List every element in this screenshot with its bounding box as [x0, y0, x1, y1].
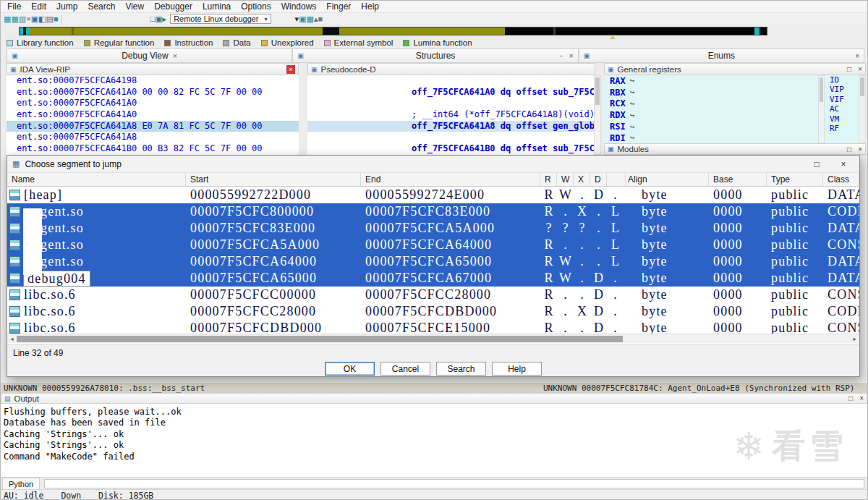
column-header[interactable]: End [361, 173, 540, 186]
pseudocode-titlebar[interactable]: ▣ Pseudocode-D [307, 63, 595, 75]
table-row[interactable]: libc.so.6 00007F5CFCC00000 00007F5CFCC28… [7, 287, 859, 303]
column-header[interactable]: Type [767, 173, 823, 186]
menu-item[interactable]: View [120, 1, 149, 12]
toolbar-icon[interactable]: ▦ [307, 14, 314, 23]
undock-icon[interactable]: □ [847, 145, 851, 153]
disasm-line[interactable]: ent.so:00007F5CFCA641A8 [7, 132, 299, 143]
register-row[interactable]: RSI ↪ [604, 121, 814, 132]
scrollbar-thumb[interactable] [595, 77, 600, 105]
column-header[interactable]: Align [624, 173, 709, 186]
table-row[interactable]: gent.so 00007F5CFCA64000 00007F5CFCA6500… [7, 253, 859, 270]
column-header[interactable]: X [574, 173, 590, 186]
close-icon[interactable]: × [286, 65, 295, 74]
column-header[interactable]: R [540, 173, 557, 186]
register-row[interactable]: RAX ↪ [604, 75, 814, 87]
toolbar-icon[interactable]: ▦ [11, 14, 18, 23]
registers-scrollbar[interactable] [859, 75, 866, 143]
close-icon[interactable]: × [833, 159, 854, 169]
menu-item[interactable]: Edit [26, 1, 51, 12]
pseudocode-view[interactable]: off_7F5CFCA641A0 dq offset sub_7F5CF; __… [307, 75, 594, 155]
toolbar-icon[interactable]: ▤ [46, 14, 53, 23]
menu-item[interactable]: Help [356, 1, 384, 12]
tab-enums[interactable]: ▣ Enums × [579, 48, 864, 63]
navigation-band[interactable] [19, 27, 767, 35]
toolbar-icon[interactable]: ▦ [4, 14, 11, 23]
menu-item[interactable]: Windows [276, 1, 322, 12]
table-row[interactable]: gent.so 00007F5CFC800000 00007F5CFC83E00… [7, 203, 859, 220]
scroll-right-icon[interactable]: ▸ [850, 336, 859, 342]
toolbar-icon[interactable]: ▥ [19, 14, 26, 23]
register-row[interactable]: RCX ↪ [604, 98, 814, 110]
column-header[interactable]: Name [7, 173, 186, 186]
toolbar-icon[interactable]: ▣ [31, 14, 38, 23]
undock-icon[interactable]: □ [847, 65, 851, 73]
registers-titlebar[interactable]: ▣ General registers □× [604, 63, 866, 75]
table-row[interactable]: libc.so.6 00007F5CFCC28000 00007F5CFCDBD… [7, 303, 859, 320]
undock-icon[interactable]: ▫ [560, 52, 563, 60]
disasm-line[interactable]: ent.so:00007F5CFCA641A0 [7, 109, 299, 121]
pseudocode-line[interactable]: off_7F5CFCA641A0 dq offset sub_7F5CF [307, 87, 594, 98]
cpu-flag[interactable]: VIP [827, 85, 859, 94]
cpu-flag[interactable]: AC [827, 104, 859, 114]
python-input[interactable] [44, 479, 864, 488]
scrollbar-thumb[interactable] [860, 77, 864, 96]
pseudocode-line[interactable]: off_7F5CFCA641A8 dq offset gen_globo [307, 121, 594, 132]
debugger-select[interactable]: Remote Linux debugger ▾ [170, 14, 271, 24]
pseudocode-line[interactable] [307, 98, 594, 109]
menu-item[interactable]: Lumina [197, 1, 236, 12]
python-tab[interactable]: Python [2, 478, 40, 489]
output-titlebar[interactable]: ▤ Output □× [1, 393, 867, 404]
close-icon[interactable]: × [858, 65, 862, 73]
table-row[interactable]: gent.so 00007F5CFCA5A000 00007F5CFCA6400… [7, 237, 859, 253]
dialog-button[interactable]: Search [436, 362, 486, 376]
cpu-flag[interactable]: VM [827, 114, 859, 124]
register-row[interactable]: RDI ↪ [604, 132, 814, 143]
disasm-line[interactable]: ent.so:00007F5CFCA641A8 E0 7A 81 FC 5C 7… [7, 121, 299, 132]
column-header[interactable]: Class [823, 173, 859, 186]
menu-item[interactable]: File [2, 1, 26, 12]
ida-view-titlebar[interactable]: ▣ IDA View-RIP × [7, 63, 299, 75]
column-header[interactable]: Start [186, 173, 361, 186]
dialog-titlebar[interactable]: ▦ Choose segment to jump □ × [7, 156, 859, 173]
table-row[interactable]: libc.so.6 00007F5CFCDBD000 00007F5CFCE15… [7, 320, 859, 334]
dialog-button[interactable]: Cancel [380, 362, 430, 376]
close-icon[interactable]: × [569, 52, 574, 60]
toolbar-icon[interactable]: ◧ [38, 14, 46, 23]
toolbar-icon[interactable]: ▣ [299, 14, 306, 23]
disasm-line[interactable]: ent.so:00007F5CFCA641A0 00 00 82 FC 5C 7… [7, 87, 299, 98]
pseudocode-line[interactable]: ; __int64 (*off_7F5CFCA641A8)(void) [307, 109, 594, 121]
tab-debug-view[interactable]: ▣ Debug View × [7, 48, 292, 63]
pseudocode-line[interactable]: off_7F5CFCA641B0 dq offset sub_7F5CF [307, 143, 594, 155]
table-row[interactable]: [heap] 000055992722D000 000055992724E000… [7, 187, 859, 203]
menu-item[interactable]: Search [82, 1, 120, 12]
close-icon[interactable]: × [855, 52, 859, 60]
tab-structures[interactable]: ▣ Structures ▫× [292, 48, 578, 63]
toolbar-icon[interactable]: ▸ [163, 14, 167, 23]
register-row[interactable]: RDX ↪ [604, 109, 814, 121]
toolbar-icon[interactable]: ▣ [155, 14, 162, 23]
scrollbar-thumb[interactable] [17, 336, 623, 342]
table-row[interactable]: debug004 00007F5CFCA65000 00007F5CFCA670… [7, 270, 859, 287]
register-row[interactable]: RBX ↪ [604, 87, 814, 98]
disassembly-view[interactable]: ent.so:00007F5CFCA64198ent.so:00007F5CFC… [7, 75, 299, 155]
disasm-line[interactable]: ent.so:00007F5CFCA641A0 [7, 98, 299, 109]
toolbar-icon[interactable]: ■ [318, 14, 323, 23]
close-icon[interactable]: × [858, 145, 862, 153]
dialog-button[interactable]: Help [492, 362, 542, 376]
cpu-flag[interactable]: RF [827, 124, 859, 133]
menu-item[interactable]: Jump [51, 1, 82, 12]
toolbar-icon[interactable]: ■ [54, 14, 59, 23]
pseudocode-line[interactable] [307, 75, 594, 87]
pseudocode-scrollbar[interactable] [594, 75, 601, 155]
scrollbar-thumb[interactable] [820, 77, 823, 102]
close-icon[interactable]: × [859, 394, 864, 402]
cpu-flag[interactable]: ID [827, 75, 859, 85]
registers-inner-scrollbar[interactable] [818, 75, 825, 143]
scroll-left-icon[interactable]: ◂ [7, 336, 17, 342]
dialog-button[interactable]: OK [325, 362, 375, 376]
column-header[interactable]: W [557, 173, 574, 186]
modules-titlebar[interactable]: ▣ Modules □× [604, 143, 866, 155]
column-header[interactable]: D [590, 173, 607, 186]
output-console[interactable]: Flushing buffers, please wait...okDataba… [1, 404, 867, 477]
column-header[interactable]: Base [709, 173, 767, 186]
